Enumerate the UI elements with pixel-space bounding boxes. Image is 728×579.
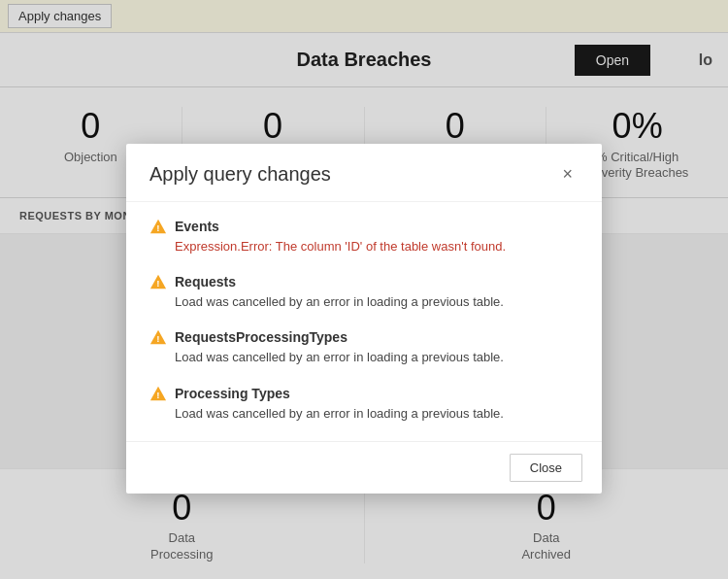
error-title-row-pt: ! Processing Types <box>149 385 579 402</box>
error-rpt-title: RequestsProcessingTypes <box>175 329 347 345</box>
error-title-row-rpt: ! RequestsProcessingTypes <box>149 328 579 346</box>
error-title-row-events: ! Events <box>149 218 579 235</box>
error-item-requests: ! Requests Load was cancelled by an erro… <box>149 273 579 311</box>
warning-icon-rpt: ! <box>149 328 167 346</box>
svg-text:!: ! <box>156 334 159 345</box>
error-rpt-message: Load was cancelled by an error in loadin… <box>149 349 579 366</box>
modal-body: ! Events Expression.Error: The column 'I… <box>126 202 602 441</box>
warning-icon-events: ! <box>149 218 167 235</box>
error-title-row-requests: ! Requests <box>149 273 579 290</box>
error-events-message: Expression.Error: The column 'ID' of the… <box>149 238 579 255</box>
error-pt-message: Load was cancelled by an error in loadin… <box>149 405 579 423</box>
svg-text:!: ! <box>156 222 159 233</box>
error-item-requests-processing-types: ! RequestsProcessingTypes Load was cance… <box>149 328 579 366</box>
error-pt-title: Processing Types <box>175 386 290 401</box>
modal-close-button[interactable]: Close <box>510 454 582 482</box>
warning-icon-pt: ! <box>149 385 167 402</box>
modal-close-x-button[interactable]: × <box>556 163 579 185</box>
modal-footer: Close <box>126 441 602 494</box>
svg-text:!: ! <box>156 390 159 400</box>
error-events-title: Events <box>175 219 219 234</box>
apply-query-modal: Apply query changes × ! Events Expressio… <box>126 144 602 494</box>
modal-title: Apply query changes <box>149 163 331 186</box>
modal-header: Apply query changes × <box>126 144 602 202</box>
svg-text:!: ! <box>156 279 159 290</box>
error-item-processing-types: ! Processing Types Load was cancelled by… <box>149 385 579 423</box>
error-requests-title: Requests <box>175 274 236 290</box>
warning-icon-requests: ! <box>149 273 167 290</box>
modal-overlay: Apply query changes × ! Events Expressio… <box>0 0 728 579</box>
error-item-events: ! Events Expression.Error: The column 'I… <box>149 218 579 255</box>
error-requests-message: Load was cancelled by an error in loadin… <box>149 293 579 311</box>
